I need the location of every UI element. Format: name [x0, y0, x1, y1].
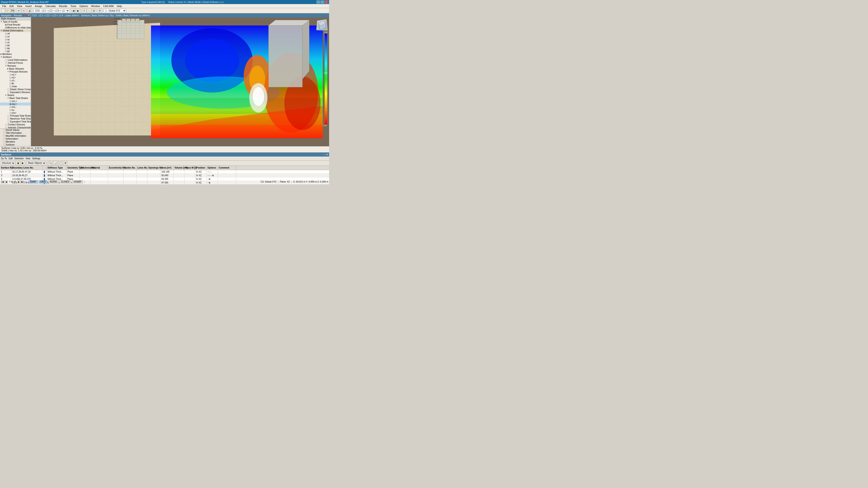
nav-s2plus[interactable]: σ2,+ [0, 73, 31, 76]
nav-principal-total-strains[interactable]: 📋 Principal Total Strains [0, 114, 31, 117]
nav-tc[interactable]: θc [0, 82, 31, 85]
maximize-button[interactable]: □ [320, 0, 324, 4]
tb-res-prev[interactable]: ◀ [16, 161, 20, 165]
nav-stresses[interactable]: ▼ Stresses [0, 64, 31, 67]
nav-surfaces[interactable]: ▼ Surfaces [0, 56, 31, 59]
nav-isotropic[interactable]: 📋 Isotropic Characteristics [0, 126, 31, 128]
viewport[interactable]: CO2 - LC1 + LC2 + LC3 + LC4 Loads (kN/m²… [31, 13, 329, 146]
grid-button[interactable]: GRID [39, 180, 48, 184]
menu-settings[interactable]: Settings [32, 157, 40, 160]
nav-elastic-stress[interactable]: 📋 Elastic Stress Components [0, 88, 31, 91]
tb-prev-result[interactable]: ◀ [71, 8, 76, 13]
tb-zoom-all[interactable]: ⊡ [92, 8, 96, 13]
structure-selector[interactable]: Structure [1, 161, 15, 165]
tb-filter[interactable]: 🔍 [48, 161, 53, 165]
tb-redo[interactable]: ↪ [21, 8, 26, 13]
table-row[interactable]: 1 16,17,28,65-47,18 Without Thick... Pla… [0, 170, 329, 174]
nav-strains[interactable]: ▼ Strains [0, 94, 31, 97]
nav-close-icon[interactable]: ✕ [28, 14, 30, 17]
load-case-selector[interactable]: CO2 - LC1 + LC2 + LC3 + LC4 [33, 9, 70, 12]
nav-pin-icon[interactable]: 📌 [24, 14, 27, 17]
nav-exxminus[interactable]: εxx,- [0, 105, 31, 108]
tb-copy[interactable]: 📋 [58, 161, 63, 165]
nav-phix-radio[interactable] [5, 44, 7, 46]
tb-res-next[interactable]: ▶ [21, 161, 25, 165]
nav-last-page[interactable]: ▶| [21, 180, 24, 184]
menu-file[interactable]: File [1, 4, 8, 8]
nav-tmax-radio[interactable] [9, 86, 11, 88]
nav-gxy[interactable]: γxy+ [0, 111, 31, 114]
nav-ud-radio[interactable] [5, 33, 7, 35]
nav-phiy-radio[interactable] [5, 47, 7, 49]
nav-s1minus-radio[interactable] [9, 80, 11, 82]
nav-phix[interactable]: φx [0, 44, 31, 47]
tb-zoom-out[interactable]: - [87, 8, 91, 13]
results-close-icon[interactable]: ✕ [326, 153, 328, 156]
nav-surfaces-display[interactable]: 📋 Surfaces [0, 143, 31, 146]
nav-members[interactable]: ▶ Members [0, 53, 31, 56]
nav-tc-radio[interactable] [9, 83, 11, 85]
nav-global-def[interactable]: ▼ Global Deformations [0, 29, 31, 32]
nav-basic-total-strains[interactable]: ▼ Basic Total Strains [0, 97, 31, 100]
nav-basic-stresses[interactable]: ▶ Basic Stresses [0, 67, 31, 70]
nav-phiy[interactable]: φy [0, 47, 31, 50]
osnap-button[interactable]: OSNAP [72, 180, 83, 184]
tb-zoom-in[interactable]: + [82, 8, 87, 13]
menu-results[interactable]: Results [58, 4, 69, 8]
results-minimize-icon[interactable]: ─ [324, 153, 326, 156]
nav-ud[interactable]: ud [0, 32, 31, 35]
nav-exxminus-radio[interactable] [9, 106, 11, 108]
nav-equiv-stress[interactable]: 📋 Equivalent Stresses [0, 91, 31, 94]
tb-rotate[interactable]: ↻ [98, 8, 102, 13]
view-selector[interactable]: 1 - Global XYZ [104, 9, 126, 12]
nav-max-total-strains[interactable]: 📋 Maximum Total Strains [0, 117, 31, 120]
menu-view[interactable]: View [16, 4, 24, 8]
nav-first-page[interactable]: |◀ [1, 180, 4, 184]
nav-local-def[interactable]: 📋 Local Deformations [0, 59, 31, 61]
nav-title-info[interactable]: 📋 Title Information [0, 131, 31, 134]
tb-next-result[interactable]: ▶ [76, 8, 81, 13]
nav-s1plus[interactable]: σ1+ [0, 76, 31, 79]
nav-eyminus-radio[interactable] [9, 109, 11, 111]
snap-button[interactable]: SNAP [29, 180, 38, 184]
menu-insert[interactable]: Insert [24, 4, 33, 8]
nav-uy-radio[interactable] [5, 39, 7, 40]
orientation-cube[interactable]: Y X Z [316, 19, 327, 30]
tb-export[interactable]: 📊 [53, 161, 58, 165]
nav-ux[interactable]: ux [0, 35, 31, 38]
nav-maxmin-info[interactable]: 📋 Max/Min Information [0, 134, 31, 137]
menu-tools[interactable]: Tools [69, 4, 78, 8]
menu-edit[interactable]: Edit [8, 4, 15, 8]
nav-final-results-radio[interactable] [5, 24, 7, 26]
nav-result-values[interactable]: 📋 Result Values [0, 129, 31, 131]
tb-new[interactable]: 📄 [1, 8, 5, 13]
nav-eyyplus[interactable]: εyy,+ [0, 103, 31, 105]
nav-deformation[interactable]: 📋 Deformation [0, 137, 31, 140]
nav-principal-stresses[interactable]: ▼ Principal Stresses [0, 70, 31, 73]
basic-objects-selector[interactable]: Basic Objects [27, 161, 46, 165]
nav-ux-radio[interactable] [5, 36, 7, 37]
table-row[interactable]: 3 19-26,36-45,27 Without Thick... Plane … [0, 174, 329, 177]
nav-s1plus-radio[interactable] [9, 77, 11, 78]
menu-edit[interactable]: Edit [9, 157, 13, 160]
glines-button[interactable]: GLINES [60, 180, 71, 184]
menu-cad-bim[interactable]: CAD-BIM [102, 4, 115, 8]
nav-exxplus[interactable]: εxx,+ [0, 100, 31, 103]
nav-contact-stresses[interactable]: 📋 Contact Stresses [0, 123, 31, 126]
nav-equiv-total-strains[interactable]: 📋 Equivalent Total Strains [0, 120, 31, 123]
menu-selection[interactable]: Selection [14, 157, 24, 160]
viewport-content[interactable]: 1.75.00 60.00 20.00 [31, 18, 329, 146]
navigator-content[interactable]: ▼ Type of results Final Results Differen… [0, 20, 31, 128]
nav-diff-initial[interactable]: Differences to initial state [0, 26, 31, 29]
nav-next-page[interactable]: ▶ [18, 180, 21, 184]
close-button[interactable]: ✕ [324, 0, 328, 4]
nav-final-results[interactable]: Final Results [0, 23, 31, 26]
window-controls[interactable]: ─ □ ✕ [316, 0, 328, 4]
nav-members-display[interactable]: 📋 Members [0, 140, 31, 143]
nav-phiz-radio[interactable] [5, 51, 7, 52]
tb-undo[interactable]: ↩ [17, 8, 21, 13]
nav-prev-page[interactable]: ◀ [4, 180, 8, 184]
menu-view[interactable]: View [26, 157, 31, 160]
nav-eyyplus-radio[interactable] [9, 103, 11, 105]
bgrid-button[interactable]: BGRID [49, 180, 59, 184]
